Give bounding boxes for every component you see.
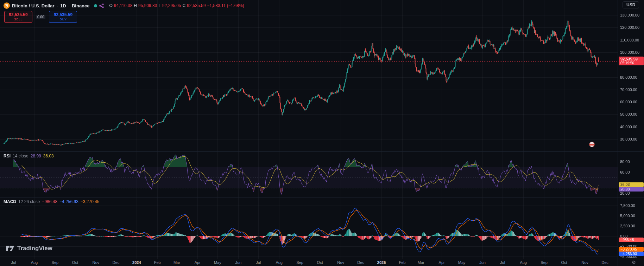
month-label: Jul [256, 260, 261, 265]
last-price-value: 92,535.59 [620, 57, 644, 61]
events-flag-icon[interactable] [589, 142, 595, 147]
macd-hist-value: −986.48 [42, 199, 57, 204]
macd-pane-canvas[interactable] [0, 197, 618, 259]
month-label: Dec [357, 260, 364, 265]
month-label: Dec [113, 260, 120, 265]
open-value: 94,110.38 [114, 3, 133, 8]
low-value: 92,295.05 [162, 3, 181, 8]
scale-label: 80.00 [620, 160, 630, 164]
month-label: Mar [418, 260, 424, 265]
close-value: 92,535.59 [187, 3, 206, 8]
scale-label: 120,000.00 [620, 25, 639, 30]
buy-label: BUY [49, 18, 77, 21]
high-label: H [134, 3, 137, 8]
interval-value[interactable]: 1D [60, 3, 66, 8]
share-icon[interactable] [99, 4, 104, 8]
macd-histogram-tag: −986.48 [619, 238, 644, 242]
month-label: Jun [235, 260, 241, 265]
spread-value: 0.00 [36, 15, 45, 19]
month-label: Nov [93, 260, 100, 265]
exchange-name[interactable]: Binance [72, 3, 90, 8]
buy-button[interactable]: 92,535.59 BUY [49, 11, 77, 23]
month-label: Sep [541, 260, 548, 265]
scale-label: 40,000.00 [620, 125, 637, 129]
pane-separator[interactable] [0, 197, 644, 197]
month-label: Sep [296, 260, 303, 265]
rsi-value-tag: 28.98 [619, 187, 644, 192]
month-label: Mar [173, 260, 180, 265]
month-label: May [458, 260, 466, 265]
year-label: 2025 [377, 260, 386, 265]
scale-label: 60.00 [620, 170, 630, 174]
scale-label: 5,000.00 [620, 214, 635, 218]
month-label: May [214, 260, 221, 265]
high-value: 95,909.83 [138, 3, 157, 8]
scale-label: 60,000.00 [620, 100, 637, 104]
low-label: L [158, 3, 161, 8]
timezone-settings-icon[interactable]: ⚙ [632, 260, 636, 265]
close-label: C [183, 3, 186, 8]
buy-price: 92,535.59 [49, 12, 77, 17]
sell-price: 92,535.59 [5, 12, 32, 17]
rsi-value: 28.98 [31, 154, 41, 158]
month-label: Apr [439, 260, 445, 265]
currency-button[interactable]: USD [623, 1, 639, 8]
sell-label: SELL [5, 18, 32, 21]
last-price-tag: 92,535.59 05:19:56 [619, 57, 644, 65]
symbol-legend: ₿ Bitcoin / U.S. Dollar · 1D · Binance O… [4, 2, 244, 9]
bar-countdown: 05:19:56 [620, 61, 644, 65]
ohlc-readout: O 94,110.38 H 95,909.83 L 92,295.05 C 92… [109, 3, 244, 8]
macd-legend[interactable]: MACD 12 26 close −986.48 −4,256.93 −3,27… [4, 199, 100, 204]
rsi-pane-canvas[interactable] [0, 152, 618, 197]
tradingview-logo-text: TradingView [17, 245, 52, 252]
month-label: Oct [561, 260, 567, 265]
month-label: Jul [11, 260, 16, 265]
market-status-icon[interactable] [94, 4, 97, 7]
open-label: O [109, 3, 113, 8]
sell-button[interactable]: 92,535.59 SELL [4, 11, 32, 23]
scale-label: 110,000.00 [620, 38, 639, 42]
price-scale[interactable]: USD 92,535.59 05:19:56 36.03 28.98 −986.… [618, 0, 644, 266]
month-label: Aug [520, 260, 527, 265]
tradingview-chart-window: ₿ Bitcoin / U.S. Dollar · 1D · Binance O… [0, 0, 644, 266]
macd-signal-tag: −3,270.45 [619, 247, 644, 252]
macd-line-value: −4,256.93 [59, 199, 78, 204]
month-label: Nov [581, 260, 588, 265]
price-chart-canvas[interactable] [0, 0, 618, 152]
macd-title: MACD [4, 199, 16, 204]
month-label: Sep [52, 260, 59, 265]
change-value: −1,583.11 (−1.68%) [207, 3, 244, 8]
month-label: Oct [72, 260, 78, 265]
macd-signal-value: −3,270.45 [81, 199, 100, 204]
time-axis[interactable]: JulAugSepOctNovDec2024FebMarAprMayJunJul… [0, 259, 618, 266]
macd-params: 12 26 close [18, 199, 40, 204]
rsi-params: 14 close [13, 154, 29, 158]
scale-label: 7,500.00 [620, 203, 635, 208]
month-label: Feb [399, 260, 406, 265]
month-label: Aug [276, 260, 283, 265]
bitcoin-icon: ₿ [4, 2, 10, 9]
month-label: Jul [500, 260, 505, 265]
trade-widget: 92,535.59 SELL 0.00 92,535.59 BUY [4, 11, 77, 23]
rsi-ma-tag: 36.03 [619, 182, 644, 187]
rsi-ma-value: 36.03 [43, 154, 54, 158]
scale-label: 130,000.00 [620, 13, 639, 17]
scale-label: 20.00 [620, 191, 630, 195]
month-label: Nov [337, 260, 344, 265]
separator-dot: · [57, 3, 58, 8]
scale-label: 80,000.00 [620, 75, 637, 79]
month-label: Apr [195, 260, 201, 265]
rsi-title: RSI [4, 154, 11, 158]
month-label: Aug [31, 260, 38, 265]
separator-dot: · [68, 3, 70, 8]
tradingview-logo[interactable]: TradingView [6, 245, 52, 252]
month-label: Jun [479, 260, 486, 265]
scale-label: 2,500.00 [620, 224, 635, 228]
symbol-name[interactable]: Bitcoin / U.S. Dollar [12, 3, 55, 8]
pane-separator[interactable] [0, 151, 644, 152]
rsi-legend[interactable]: RSI 14 close 28.98 36.03 [4, 154, 54, 158]
year-label: 2024 [132, 260, 141, 265]
scale-label: 30,000.00 [620, 137, 637, 141]
month-label: Oct [317, 260, 323, 265]
scale-label: 100,000.00 [620, 50, 639, 54]
